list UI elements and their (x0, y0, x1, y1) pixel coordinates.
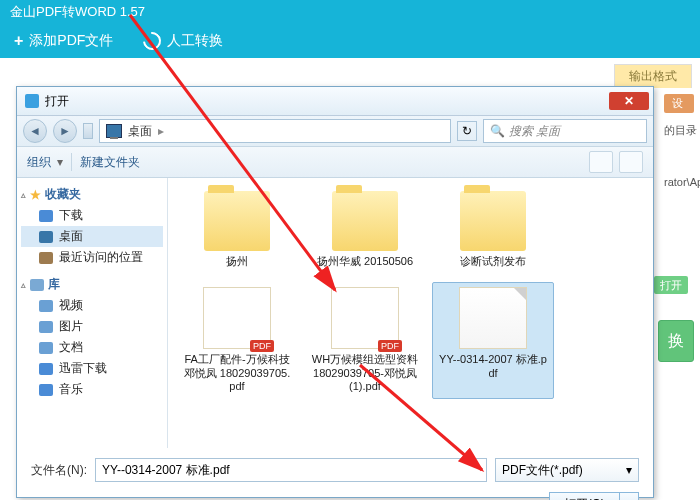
file-item[interactable]: 诊断试剂发布 (432, 186, 554, 274)
file-type-filter[interactable]: PDF文件(*.pdf) ▾ (495, 458, 639, 482)
pdf-icon (331, 287, 399, 349)
file-item[interactable]: 扬州 (176, 186, 298, 274)
dialog-footer: 文件名(N): PDF文件(*.pdf) ▾ 打开(O) ▾ (17, 448, 653, 500)
add-pdf-button[interactable]: + 添加PDF文件 (14, 32, 113, 50)
address-bar-row: ◄ ► 桌面 ▸ ↻ 🔍 搜索 桌面 (17, 116, 653, 147)
search-placeholder: 搜索 桌面 (509, 123, 560, 140)
downloads-icon (39, 210, 53, 222)
app-title: 金山PDF转WORD 1.57 (10, 3, 145, 21)
folder-icon (332, 191, 398, 251)
back-button[interactable]: ◄ (23, 119, 47, 143)
desktop-icon (106, 124, 122, 138)
open-button[interactable]: 打开(O) ▾ (549, 492, 639, 500)
search-icon: 🔍 (490, 124, 505, 138)
dialog-title-bar: 打开 ✕ (17, 87, 653, 116)
document-icon (39, 342, 53, 354)
nav-libraries[interactable]: ▵库 (21, 276, 163, 293)
star-icon: ★ (30, 188, 41, 202)
recent-icon (39, 252, 53, 264)
tab-output-format[interactable]: 输出格式 (614, 64, 692, 88)
filename-label: 文件名(N): (31, 462, 87, 479)
nav-xunlei[interactable]: 迅雷下载 (21, 358, 163, 379)
nav-documents[interactable]: 文档 (21, 337, 163, 358)
file-item[interactable]: FA工厂配件-万候科技邓悦凤 18029039705.pdf (176, 282, 298, 399)
refresh-button[interactable]: ↻ (457, 121, 477, 141)
pdf-icon (203, 287, 271, 349)
file-item[interactable]: WH万候模组选型资料 18029039705-邓悦凤(1).pdf (304, 282, 426, 399)
file-name: FA工厂配件-万候科技邓悦凤 18029039705.pdf (181, 353, 293, 394)
organize-button[interactable]: 组织 (27, 154, 51, 171)
folder-icon (460, 191, 526, 251)
file-name: 扬州华威 20150506 (317, 255, 413, 269)
add-pdf-label: 添加PDF文件 (29, 32, 113, 50)
file-name: 扬州 (226, 255, 248, 269)
side-dir: 的目录 (664, 123, 694, 138)
help-button[interactable] (619, 151, 643, 173)
open-button-dropdown[interactable]: ▾ (619, 492, 639, 500)
folder-icon (204, 191, 270, 251)
nav-videos[interactable]: 视频 (21, 295, 163, 316)
picture-icon (39, 321, 53, 333)
search-input[interactable]: 🔍 搜索 桌面 (483, 119, 647, 143)
nav-desktop[interactable]: 桌面 (21, 226, 163, 247)
library-icon (30, 279, 44, 291)
forward-button[interactable]: ► (53, 119, 77, 143)
nav-recent[interactable]: 最近访问的位置 (21, 247, 163, 268)
side-badge: 设 (664, 94, 694, 113)
navigation-pane: ▵★收藏夹 下载 桌面 最近访问的位置 ▵库 视频 图片 文档 迅雷下载 音乐 (17, 178, 168, 448)
manual-convert-button[interactable]: 人工转换 (143, 32, 223, 50)
plus-icon: + (14, 32, 23, 50)
side-info: 设 的目录 打开 rator\Ap (664, 94, 694, 188)
file-item[interactable]: 扬州华威 20150506 (304, 186, 426, 274)
filter-label: PDF文件(*.pdf) (502, 462, 583, 479)
app-toolbar: + 添加PDF文件 人工转换 登录 (0, 24, 700, 58)
file-open-dialog: 打开 ✕ ◄ ► 桌面 ▸ ↻ 🔍 搜索 桌面 组织 ▾ 新建文件夹 (16, 86, 654, 498)
nav-downloads[interactable]: 下载 (21, 205, 163, 226)
dialog-icon (25, 94, 39, 108)
dialog-body: ▵★收藏夹 下载 桌面 最近访问的位置 ▵库 视频 图片 文档 迅雷下载 音乐 … (17, 178, 653, 448)
app-title-bar: 金山PDF转WORD 1.57 (0, 0, 700, 24)
video-icon (39, 300, 53, 312)
new-folder-button[interactable]: 新建文件夹 (80, 154, 140, 171)
nav-music[interactable]: 音乐 (21, 379, 163, 400)
address-location: 桌面 (128, 123, 152, 140)
refresh-icon (140, 28, 165, 53)
file-item[interactable]: YY--0314-2007 标准.pdf (432, 282, 554, 399)
manual-convert-label: 人工转换 (167, 32, 223, 50)
file-name: 诊断试剂发布 (460, 255, 526, 269)
convert-button[interactable]: 换 (658, 320, 694, 362)
dialog-title: 打开 (45, 93, 69, 110)
history-dropdown[interactable] (83, 123, 93, 139)
nav-pictures[interactable]: 图片 (21, 316, 163, 337)
side-open[interactable]: 打开 (654, 276, 688, 294)
doc-icon (459, 287, 527, 349)
file-name: WH万候模组选型资料 18029039705-邓悦凤(1).pdf (309, 353, 421, 394)
close-button[interactable]: ✕ (609, 92, 649, 110)
music-icon (39, 384, 53, 396)
nav-favorites[interactable]: ▵★收藏夹 (21, 186, 163, 203)
open-button-label: 打开(O) (549, 492, 619, 500)
filename-input[interactable] (95, 458, 487, 482)
side-path: rator\Ap (664, 176, 694, 188)
dialog-toolbar: 组织 ▾ 新建文件夹 (17, 147, 653, 178)
xunlei-icon (39, 363, 53, 375)
file-list-pane[interactable]: 扬州扬州华威 20150506诊断试剂发布FA工厂配件-万候科技邓悦凤 1802… (168, 178, 653, 448)
tab-strip: 输出格式 (614, 64, 692, 88)
address-bar[interactable]: 桌面 ▸ (99, 119, 451, 143)
view-options-button[interactable] (589, 151, 613, 173)
desktop-icon (39, 231, 53, 243)
file-name: YY--0314-2007 标准.pdf (437, 353, 549, 381)
chevron-down-icon: ▾ (626, 463, 632, 477)
